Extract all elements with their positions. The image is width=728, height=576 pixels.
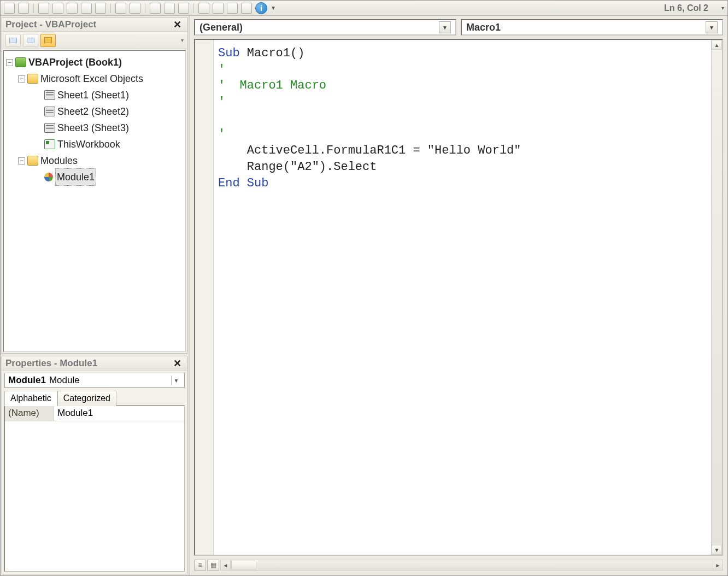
undo-icon[interactable] — [115, 3, 126, 14]
toolbar-separator — [193, 3, 194, 13]
toolbar-icon[interactable] — [67, 3, 78, 14]
view-object-button[interactable] — [23, 34, 38, 47]
toolbar-icon[interactable] — [227, 3, 238, 14]
margin-indicator-bar[interactable] — [195, 40, 214, 555]
collapse-icon[interactable]: − — [18, 75, 25, 83]
worksheet-icon — [44, 90, 55, 100]
dropdown-icon[interactable]: ▼ — [706, 21, 718, 33]
property-row[interactable]: (Name) Module1 — [5, 406, 184, 421]
stop-icon[interactable] — [178, 3, 189, 14]
view-code-button[interactable] — [5, 34, 21, 47]
folder-icon — [27, 156, 38, 166]
tab-alphabetic[interactable]: Alphabetic — [4, 391, 57, 406]
comment: ' — [218, 127, 225, 141]
comment: ' Macro1 Macro — [218, 79, 326, 92]
scrollbar-thumb[interactable] — [231, 561, 256, 569]
tree-item-sheet2[interactable]: Sheet2 (Sheet2) — [6, 103, 183, 120]
toolbar-icon[interactable] — [52, 3, 63, 14]
code-region: (General) ▼ Macro1 ▼ Sub Macro1() ' ' Ma… — [190, 16, 727, 575]
tree-folder-modules[interactable]: − Modules — [6, 152, 183, 169]
full-module-view-button[interactable]: ▦ — [207, 560, 219, 571]
toolbar-separator — [110, 3, 111, 13]
project-explorer-pane: Project - VBAProject ✕ ▾ − VBAProject (B… — [2, 17, 187, 354]
worksheet-icon — [44, 107, 55, 116]
close-icon[interactable]: ✕ — [171, 19, 184, 31]
code-text: ActiveCell.FormulaR1C1 = "Hello World" — [218, 144, 521, 157]
property-name: (Name) — [5, 406, 54, 421]
toolbar-icon[interactable] — [81, 3, 92, 14]
toggle-folders-button[interactable] — [40, 34, 56, 47]
toolbar-icon[interactable] — [18, 3, 29, 14]
tree-item-sheet1[interactable]: Sheet1 (Sheet1) — [6, 87, 183, 103]
keyword: End — [218, 177, 240, 190]
combo-value: (General) — [199, 22, 243, 33]
toolbar-overflow-icon[interactable]: ▾ — [721, 5, 724, 11]
toolbar-icon[interactable] — [38, 3, 49, 14]
folder-icon — [27, 74, 38, 84]
code-editor[interactable]: Sub Macro1() ' ' Macro1 Macro ' ' Active… — [194, 39, 723, 556]
comment: ' — [218, 63, 225, 77]
comment: ' — [218, 95, 225, 109]
toolbar-icon[interactable] — [213, 3, 224, 14]
code-text: Range("A2").Select — [218, 160, 377, 174]
collapse-icon[interactable]: − — [6, 59, 13, 66]
project-icon — [15, 57, 26, 67]
project-toolbar: ▾ — [2, 32, 187, 49]
tree-label: Sheet2 (Sheet2) — [57, 103, 129, 120]
property-value[interactable]: Module1 — [54, 406, 184, 421]
dropdown-icon[interactable]: ▼ — [171, 375, 181, 385]
combo-value: Macro1 — [466, 22, 501, 33]
procedure-combo[interactable]: Macro1 ▼ — [461, 19, 723, 36]
tree-item-module1[interactable]: Module1 — [6, 169, 183, 185]
workbook-icon — [44, 139, 55, 149]
scroll-down-icon[interactable]: ▼ — [712, 545, 722, 555]
help-icon[interactable]: i — [255, 2, 267, 14]
project-tree[interactable]: − VBAProject (Book1) − Microsoft Excel O… — [3, 50, 186, 352]
vertical-scrollbar[interactable]: ▲ ▼ — [711, 40, 722, 555]
tree-label: Modules — [40, 152, 78, 169]
toolbar-icon[interactable] — [198, 3, 209, 14]
toolbar-icon[interactable] — [95, 3, 106, 14]
tree-label: Sheet1 (Sheet1) — [57, 87, 129, 104]
horizontal-scrollbar[interactable]: ◄ ► — [220, 560, 723, 571]
collapse-icon[interactable]: − — [18, 157, 25, 164]
tab-categorized[interactable]: Categorized — [57, 391, 116, 406]
properties-pane: Properties - Module1 ✕ Module1 Module ▼ … — [2, 356, 187, 574]
scroll-left-icon[interactable]: ◄ — [221, 560, 231, 570]
toolbar-overflow-icon[interactable]: ▾ — [181, 37, 184, 43]
tree-item-workbook[interactable]: ThisWorkbook — [6, 136, 183, 152]
toolbar-separator — [33, 3, 34, 13]
dropdown-icon[interactable]: ▼ — [271, 5, 276, 11]
tree-label: ThisWorkbook — [57, 136, 120, 153]
scroll-up-icon[interactable]: ▲ — [712, 40, 722, 50]
code-text: Macro1() — [240, 46, 305, 60]
close-icon[interactable]: ✕ — [171, 357, 184, 369]
pause-icon[interactable] — [164, 3, 175, 14]
toolbar-separator — [145, 3, 145, 13]
pane-title-text: Project - VBAProject — [5, 19, 96, 30]
run-icon[interactable] — [150, 3, 161, 14]
redo-icon[interactable] — [130, 3, 140, 14]
main-toolbar: i ▼ Ln 6, Col 2 ▾ — [1, 1, 727, 16]
code-bottom-bar: ≡ ▦ ◄ ► — [194, 559, 723, 571]
tree-item-sheet3[interactable]: Sheet3 (Sheet3) — [6, 120, 183, 136]
dropdown-icon[interactable]: ▼ — [439, 21, 451, 33]
code-combo-bar: (General) ▼ Macro1 ▼ — [190, 16, 727, 39]
property-grid[interactable]: (Name) Module1 — [4, 405, 185, 572]
tree-folder-objects[interactable]: − Microsoft Excel Objects — [6, 70, 183, 87]
pane-title-text: Properties - Module1 — [5, 358, 97, 369]
object-selector[interactable]: Module1 Module ▼ — [4, 373, 185, 388]
toolbar-icon[interactable] — [4, 3, 15, 14]
scroll-right-icon[interactable]: ► — [713, 560, 723, 570]
code-text[interactable]: Sub Macro1() ' ' Macro1 Macro ' ' Active… — [214, 40, 711, 555]
procedure-view-button[interactable]: ≡ — [194, 560, 206, 571]
toolbar-icon[interactable] — [241, 3, 252, 14]
object-combo[interactable]: (General) ▼ — [194, 19, 456, 36]
tree-label: VBAProject (Book1) — [28, 54, 122, 71]
scrollbar-track[interactable] — [712, 50, 722, 545]
properties-title: Properties - Module1 ✕ — [2, 356, 187, 371]
left-column: Project - VBAProject ✕ ▾ − VBAProject (B… — [1, 16, 190, 575]
cursor-position: Ln 6, Col 2 — [664, 3, 715, 13]
tree-root[interactable]: − VBAProject (Book1) — [6, 54, 183, 70]
module-icon — [44, 173, 53, 181]
